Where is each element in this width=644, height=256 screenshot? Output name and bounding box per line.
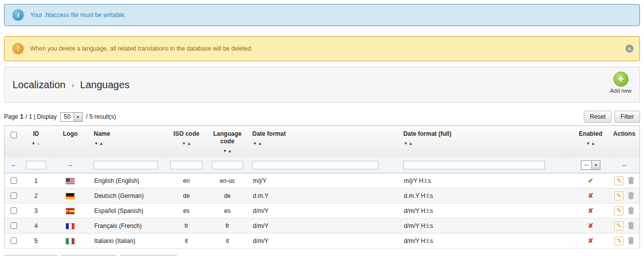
row-checkbox[interactable]: [11, 222, 17, 229]
cell-name: Français (French): [91, 218, 168, 233]
table-row: 5 Italiano (Italian) it it d/m/Y d/m/Y H…: [5, 233, 640, 248]
enabled-status-icon[interactable]: ✘: [588, 192, 593, 199]
sort-asc-icon[interactable]: ▲: [590, 141, 595, 146]
sort-desc-icon[interactable]: ▼: [94, 141, 99, 146]
trash-icon[interactable]: [628, 237, 634, 244]
table-row: 1 English (English) en en-us m/j/Y m/j/Y…: [5, 173, 640, 188]
cell-iso-code: it: [168, 233, 205, 248]
column-header-date-format: Date format: [252, 130, 398, 138]
enabled-status-icon[interactable]: ✘: [588, 222, 593, 229]
close-icon[interactable]: ×: [625, 45, 633, 53]
filter-none: --: [5, 157, 23, 173]
table-row: 3 Español (Spanish) es es d/m/Y d/m/Y H:…: [5, 203, 640, 218]
breadcrumb-section[interactable]: Localization: [13, 79, 66, 91]
cell-id: 3: [23, 203, 49, 218]
filter-date-format-input[interactable]: [252, 161, 378, 169]
cell-id: 4: [23, 218, 49, 233]
add-plus-icon: +: [613, 72, 628, 87]
trash-icon[interactable]: [628, 177, 634, 184]
column-header-id: ID: [25, 130, 47, 138]
cell-date-format-full: d/m/Y H:i:s: [401, 203, 572, 218]
language-flag-icon: [66, 193, 74, 199]
sort-desc-icon[interactable]: ▼: [585, 141, 590, 146]
row-checkbox[interactable]: [11, 207, 17, 214]
trash-icon[interactable]: [628, 207, 634, 214]
filter-none: --: [49, 157, 91, 173]
sort-desc-icon[interactable]: ▼: [181, 141, 186, 146]
sort-desc-icon[interactable]: ▼: [31, 141, 36, 146]
add-new-button[interactable]: + Add new: [610, 72, 631, 94]
page-header-panel: Localization › Languages + Add new: [4, 67, 640, 103]
warning-banner-text: When you delete a language, all related …: [30, 45, 253, 52]
sort-desc-icon[interactable]: ▼: [252, 141, 257, 146]
filter-id-input[interactable]: [26, 161, 46, 169]
filter-date-format-full-input[interactable]: [403, 161, 545, 169]
edit-icon[interactable]: ✎: [614, 176, 623, 185]
cell-id: 2: [23, 188, 49, 203]
cell-name: Deutsch (German): [91, 188, 168, 203]
info-banner-text: Your .htaccess file must be writable.: [30, 12, 126, 19]
row-checkbox[interactable]: [11, 237, 17, 244]
page-size-select[interactable]: 50 ▼: [60, 112, 82, 122]
enabled-status-icon[interactable]: ✘: [588, 207, 593, 214]
filter-iso-code-input[interactable]: [170, 161, 202, 169]
filter-button[interactable]: Filter: [614, 111, 640, 123]
sort-asc-icon[interactable]: ▲: [36, 141, 41, 146]
cell-date-format-full: d.m.Y H:i:s: [401, 188, 572, 203]
cell-id: 1: [23, 173, 49, 188]
sort-asc-icon[interactable]: ▲: [228, 149, 233, 153]
select-all-checkbox[interactable]: [11, 132, 17, 138]
page-size-value: 50: [61, 113, 73, 121]
sort-desc-icon[interactable]: ▼: [223, 149, 228, 153]
enabled-status-icon[interactable]: ✔: [588, 177, 593, 184]
cell-id: 5: [23, 233, 49, 248]
filter-row: -- -- -- ▼ --: [5, 157, 640, 173]
info-icon: i: [12, 9, 25, 22]
enabled-filter-value: --: [581, 161, 591, 169]
column-header-language-code: Language code: [207, 130, 248, 145]
column-header-logo: Logo: [52, 130, 89, 138]
filter-name-input[interactable]: [94, 161, 158, 169]
row-checkbox[interactable]: [11, 177, 17, 184]
sort-desc-icon[interactable]: ▼: [403, 141, 408, 146]
htaccess-info-banner: i Your .htaccess file must be writable.: [4, 4, 640, 26]
sort-asc-icon[interactable]: ▲: [99, 141, 104, 146]
enabled-status-icon[interactable]: ✘: [588, 237, 593, 244]
sort-asc-icon[interactable]: ▲: [186, 141, 191, 146]
edit-icon[interactable]: ✎: [614, 206, 623, 215]
chevron-down-icon: ▼: [74, 113, 82, 121]
trash-icon[interactable]: [628, 192, 634, 199]
cell-date-format-full: d/m/Y H:i:s: [401, 218, 572, 233]
language-flag-icon: [66, 238, 74, 244]
column-header-name: Name: [94, 130, 165, 138]
row-checkbox[interactable]: [11, 192, 17, 199]
language-flag-icon: [66, 223, 74, 229]
trash-icon[interactable]: [628, 222, 634, 229]
list-toolbar: Page1 / 1 | Display 50 ▼ / 5 result(s) R…: [4, 109, 640, 124]
delete-language-warning-banner: ! When you delete a language, all relate…: [4, 36, 640, 61]
edit-icon[interactable]: ✎: [614, 191, 623, 200]
languages-table: ID ▼▲ Logo Name ▼▲ ISO code ▼▲ Language …: [4, 125, 640, 248]
page-label: Page: [4, 113, 18, 120]
sort-asc-icon[interactable]: ▲: [257, 141, 262, 146]
table-row: 2 Deutsch (German) de de d.m.Y d.m.Y H:i…: [5, 188, 640, 203]
sort-asc-icon[interactable]: ▲: [408, 141, 413, 146]
filter-none: --: [609, 157, 639, 173]
cell-language-code: it: [205, 233, 250, 248]
cell-date-format: d.m.Y: [250, 188, 400, 203]
cell-language-code: en-us: [205, 173, 250, 188]
breadcrumb-separator-icon: ›: [72, 81, 74, 89]
add-new-label: Add new: [610, 88, 631, 94]
cell-language-code: de: [205, 188, 250, 203]
cell-iso-code: es: [168, 203, 205, 218]
reset-button[interactable]: Reset: [584, 111, 611, 123]
edit-icon[interactable]: ✎: [614, 236, 623, 245]
filter-language-code-input[interactable]: [212, 161, 243, 169]
enabled-filter-select[interactable]: -- ▼: [581, 160, 600, 170]
results-count: / 5 result(s): [86, 113, 116, 120]
chevron-down-icon: ▼: [591, 161, 600, 169]
cell-iso-code: de: [168, 188, 205, 203]
page-title: Languages: [80, 79, 130, 91]
pencil-glyph: ✎: [616, 177, 622, 184]
edit-icon[interactable]: ✎: [614, 221, 623, 230]
